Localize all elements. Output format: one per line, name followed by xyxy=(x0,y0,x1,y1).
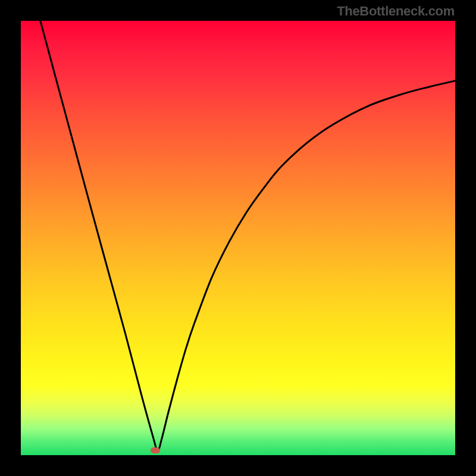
minimum-marker xyxy=(151,447,160,453)
bottleneck-curve xyxy=(21,21,455,455)
chart-frame: TheBottleneck.com xyxy=(0,0,476,476)
attribution-label: TheBottleneck.com xyxy=(337,4,455,19)
plot-area xyxy=(21,21,455,455)
